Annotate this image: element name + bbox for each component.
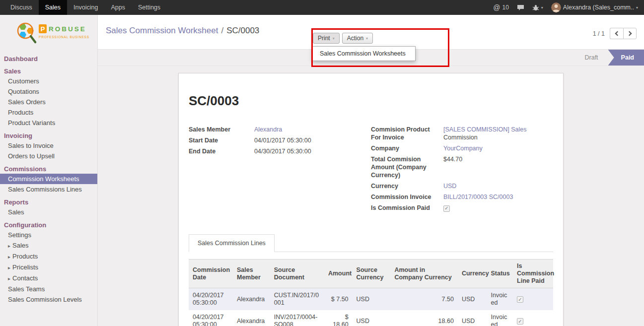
action-button-label: Action	[347, 35, 363, 42]
field-label: Company	[371, 144, 443, 152]
app-menus: Discuss Sales Invoicing Apps Settings	[0, 0, 167, 15]
stage-draft[interactable]: Draft	[575, 50, 608, 65]
col-commission-date[interactable]: Commission Date	[189, 260, 233, 288]
menu-apps[interactable]: Apps	[104, 0, 132, 15]
start-date-value: 04/01/2017 05:30:00	[254, 136, 311, 144]
sidebar-item-label: Sales Commission Levels	[8, 296, 82, 303]
currency-link[interactable]: USD	[443, 183, 456, 190]
sidebar-item-commission-worksheets[interactable]: Commission Worksheets	[0, 174, 97, 184]
sidebar: P ROBUSE PROFESSIONAL BUSINESS Dashboard…	[0, 15, 98, 326]
top-navbar: Discuss Sales Invoicing Apps Settings @ …	[0, 0, 644, 15]
avatar	[551, 2, 561, 12]
breadcrumb-parent-link[interactable]: Sales Commission Worksheet	[106, 26, 218, 35]
col-is-commission-line-paid[interactable]: Is Commission Line Paid	[513, 260, 553, 288]
cell-source: INV/2017/0004-SO008	[270, 310, 324, 326]
user-name: Alexandra (Sales_comm..	[563, 4, 634, 11]
menu-settings[interactable]: Settings	[132, 0, 167, 15]
col-currency[interactable]: Currency	[458, 260, 487, 288]
sidebar-item-label: Orders to Upsell	[8, 152, 55, 160]
table-row[interactable]: 04/20/2017 05:30:00 Alexandra INV/2017/0…	[189, 310, 553, 326]
table-row[interactable]: 04/20/2017 05:30:00 Alexandra CUST.IN/20…	[189, 288, 553, 311]
sidebar-item-product-variants[interactable]: Product Variants	[0, 118, 97, 128]
sidebar-item-reports-sales[interactable]: Sales	[0, 207, 97, 217]
sidebar-item-config-sales[interactable]: ▸Sales	[0, 240, 97, 251]
chevron-left-icon	[615, 31, 620, 36]
app-window: Discuss Sales Invoicing Apps Settings @ …	[0, 0, 644, 326]
sidebar-item-customers[interactable]: Customers	[0, 76, 97, 86]
field-sales-member: Sales Member Alexandra	[189, 126, 371, 133]
user-menu[interactable]: Alexandra (Sales_comm.. ▾	[551, 2, 638, 12]
sidebar-item-config-pricelists[interactable]: ▸Pricelists	[0, 262, 97, 273]
total-commission-value: $44.70	[443, 155, 462, 179]
menu-item-sales-commission-worksheets[interactable]: Sales Commission Worksheets	[313, 47, 415, 61]
menu-discuss[interactable]: Discuss	[4, 0, 39, 15]
sidebar-item-label: Quotations	[8, 88, 39, 95]
check-icon: ✓	[444, 206, 448, 211]
col-amount-company-currency[interactable]: Amount in Company Currency	[390, 260, 457, 288]
line-paid-checkbox: ✓	[517, 318, 523, 325]
col-amount[interactable]: Amount	[324, 260, 353, 288]
sidebar-item-quotations[interactable]: Quotations	[0, 86, 97, 97]
sidebar-section-configuration[interactable]: Configuration	[0, 220, 97, 230]
messages-button[interactable]	[517, 4, 524, 11]
action-button[interactable]: Action ▾	[342, 33, 373, 44]
systray: @ 10 ▾ Alexandra (Sales_comm.. ▾	[493, 0, 644, 15]
stage-paid[interactable]: Paid	[608, 50, 644, 65]
probuse-logo-graphic: P ROBUSE PROFESSIONAL BUSINESS	[14, 20, 93, 49]
sidebar-item-label: Customers	[8, 77, 39, 85]
commission-invoice-link[interactable]: BILL/2017/0003 SC/0003	[443, 194, 513, 200]
field-total-commission: Total Commision Amount (Company Currency…	[371, 155, 553, 179]
sidebar-item-sales-to-invoice[interactable]: Sales to Invoice	[0, 140, 97, 151]
col-source-document[interactable]: Source Document	[270, 260, 324, 288]
col-source-currency[interactable]: Source Currency	[353, 260, 391, 288]
action-buttons: Print ▾ Action ▾	[313, 33, 373, 44]
sidebar-item-products[interactable]: Products	[0, 107, 97, 118]
debug-menu-button[interactable]: ▾	[532, 4, 543, 10]
field-company: Company YourCompany	[371, 144, 553, 152]
cell-source: CUST.IN/2017/0001	[270, 288, 324, 311]
print-button[interactable]: Print ▾	[313, 33, 340, 44]
field-label: Is Commission Paid	[371, 204, 443, 212]
sidebar-item-label: Pricelists	[12, 263, 38, 271]
field-commission-invoice: Commission Invoice BILL/2017/0003 SC/000…	[371, 193, 553, 201]
print-dropdown-menu: Sales Commission Worksheets	[312, 46, 416, 61]
sidebar-section-reports[interactable]: Reports	[0, 197, 97, 207]
menu-invoicing[interactable]: Invoicing	[67, 0, 104, 15]
breadcrumb-separator: /	[221, 26, 223, 35]
pager-next-button[interactable]	[623, 28, 637, 39]
tab-sales-commission-lines[interactable]: Sales Commission Lines	[189, 234, 275, 252]
cell-source-currency: USD	[353, 288, 391, 311]
sidebar-section-commissions[interactable]: Commissions	[0, 164, 97, 174]
sidebar-section-invoicing[interactable]: Invoicing	[0, 131, 97, 140]
sidebar-section-sales[interactable]: Sales	[0, 66, 97, 76]
mentions-button[interactable]: @ 10	[493, 3, 509, 11]
sidebar-item-sales-commission-levels[interactable]: Sales Commission Levels	[0, 294, 97, 305]
breadcrumb-current: SC/0003	[226, 26, 259, 35]
debug-icon	[532, 4, 539, 10]
col-status[interactable]: Status	[487, 260, 513, 288]
sidebar-item-orders-to-upsell[interactable]: Orders to Upsell	[0, 151, 97, 161]
sidebar-item-label: Sales Commissions Lines	[8, 186, 82, 193]
col-sales-member[interactable]: Sales Member	[233, 260, 270, 288]
sidebar-item-sales-orders[interactable]: Sales Orders	[0, 97, 97, 107]
field-label: Currency	[371, 182, 443, 190]
sidebar-item-config-contacts[interactable]: ▸Contacts	[0, 273, 97, 284]
sidebar-item-settings[interactable]: Settings	[0, 230, 97, 240]
sidebar-item-label: Settings	[8, 231, 31, 239]
expand-caret-icon: ▸	[8, 253, 10, 261]
menu-sales[interactable]: Sales	[39, 0, 67, 15]
commission-product-link[interactable]: [SALES COMMISSION] Sales	[443, 126, 526, 133]
sidebar-item-config-products[interactable]: ▸Products	[0, 251, 97, 262]
field-is-commission-paid: Is Commission Paid ✓	[371, 204, 553, 212]
commission-lines-table: Commission Date Sales Member Source Docu…	[189, 259, 553, 326]
sidebar-section-dashboard[interactable]: Dashboard	[0, 54, 97, 64]
sales-member-link[interactable]: Alexandra	[254, 126, 282, 133]
notebook: Sales Commission Lines Commission Date S…	[189, 234, 553, 326]
pager-counter: 1 / 1	[593, 30, 605, 37]
sidebar-item-sales-teams[interactable]: Sales Teams	[0, 284, 97, 294]
company-link[interactable]: YourCompany	[443, 145, 483, 152]
sidebar-item-sales-commissions-lines[interactable]: Sales Commissions Lines	[0, 184, 97, 195]
pager-previous-button[interactable]	[610, 28, 623, 39]
chevron-down-icon: ▾	[333, 36, 335, 41]
svg-text:PROFESSIONAL BUSINESS: PROFESSIONAL BUSINESS	[39, 35, 89, 39]
